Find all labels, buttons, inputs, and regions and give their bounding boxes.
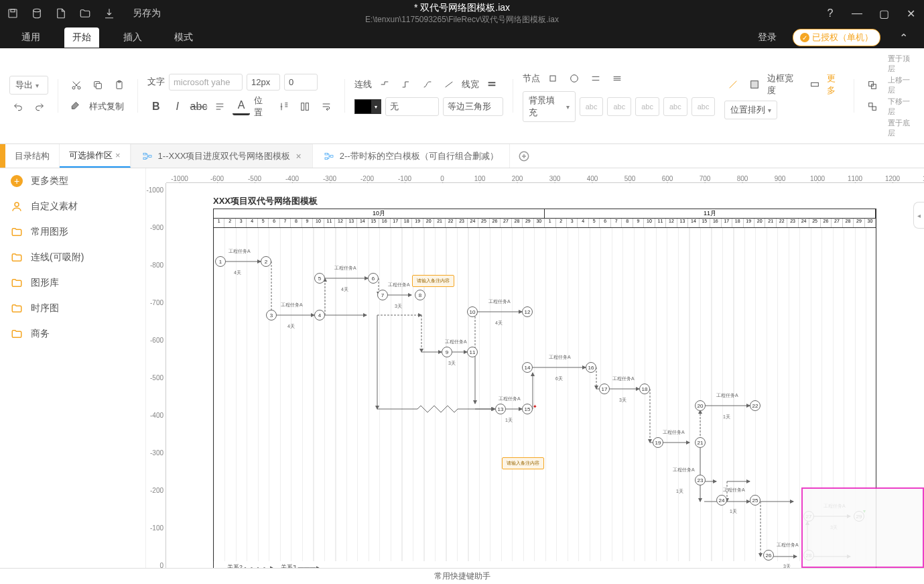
diagram-node[interactable]: 5	[314, 273, 325, 284]
shortcut-hint[interactable]: 常用快捷键助手	[434, 571, 490, 582]
doc-tab-1[interactable]: 1--XXX项目进度双代号网络图模板 ×	[131, 144, 313, 168]
conn-type2-icon[interactable]	[397, 76, 415, 93]
minimap[interactable]	[801, 487, 924, 568]
format-painter-icon[interactable]	[68, 98, 85, 115]
style-abc5[interactable]: abc	[691, 97, 716, 116]
export-button[interactable]: 导出	[9, 76, 48, 95]
node-style4-icon[interactable]	[608, 70, 626, 87]
sidebar-custom[interactable]: 自定义素材	[0, 194, 145, 219]
font-family-input[interactable]	[169, 74, 243, 91]
diagram-node[interactable]: 26	[763, 550, 774, 561]
save-as-button[interactable]: 另存为	[133, 7, 161, 19]
italic-icon[interactable]: I	[169, 98, 186, 115]
copy-icon[interactable]	[89, 76, 107, 94]
close-icon[interactable]: ×	[115, 150, 121, 160]
strike-icon[interactable]: abc	[190, 98, 208, 115]
style-abc1[interactable]: abc	[580, 97, 604, 116]
close-icon[interactable]: ✕	[904, 7, 917, 20]
diagram-node[interactable]: 19	[653, 437, 663, 448]
sidebar-common[interactable]: 常用图形	[0, 219, 145, 245]
position-arrange-button[interactable]: 位置排列	[724, 101, 777, 119]
save-icon[interactable]	[7, 7, 19, 19]
arrow-end-select[interactable]: 等边三角形	[443, 97, 503, 116]
new-file-icon[interactable]	[55, 7, 67, 19]
text-dir-icon[interactable]	[275, 98, 293, 115]
side-tab-operable[interactable]: 可选操作区 ×	[60, 144, 131, 168]
diagram-frame[interactable]: 10月 11月 12345678910111213141516171819202…	[213, 209, 876, 568]
transparency-icon[interactable]	[746, 76, 763, 93]
doc-tab-2[interactable]: 2--带时标的空白模板（可自行组合删减）	[313, 144, 510, 168]
ungroup-icon[interactable]	[864, 98, 881, 115]
diagram-node[interactable]: 17	[599, 384, 610, 394]
arrow-start-select[interactable]: 无	[385, 97, 439, 116]
font-size-select[interactable]: 12px	[247, 74, 280, 91]
node-style3-icon[interactable]	[587, 70, 604, 87]
diagram-node[interactable]: 8	[415, 290, 425, 300]
diagram-node[interactable]: 18	[639, 384, 650, 394]
sidebar-business[interactable]: 商务	[0, 321, 145, 347]
group-icon[interactable]	[864, 76, 881, 94]
style-abc2[interactable]: abc	[607, 97, 631, 116]
diagram-node[interactable]: 22	[750, 400, 761, 411]
side-tab-structure[interactable]: 目录结构	[5, 144, 60, 168]
node-style1-icon[interactable]	[544, 70, 562, 87]
diagram-node[interactable]: 21	[695, 437, 706, 448]
license-badge[interactable]: ✓ 已授权（单机）	[793, 29, 880, 46]
style-abc3[interactable]: abc	[635, 97, 659, 116]
minimize-icon[interactable]: —	[850, 7, 864, 19]
diagram-node[interactable]: 12	[522, 306, 533, 317]
z-up-button[interactable]: 上移一层	[888, 75, 917, 95]
callout-note[interactable]: 请输入备注内容	[502, 457, 544, 469]
close-icon[interactable]: ×	[296, 151, 302, 162]
add-tab-button[interactable]	[510, 144, 538, 168]
login-button[interactable]: 登录	[758, 32, 777, 44]
diagram-node[interactable]: 4	[314, 310, 325, 320]
undo-icon[interactable]	[9, 99, 27, 116]
border-width-icon[interactable]	[806, 76, 823, 93]
help-icon[interactable]: ?	[823, 7, 837, 19]
diagram-node[interactable]: 15✦	[522, 404, 533, 414]
font-size2-select[interactable]: 0	[284, 74, 318, 91]
conn-type3-icon[interactable]	[419, 76, 436, 93]
align-icon[interactable]	[211, 98, 228, 115]
diagram-node[interactable]: 24	[716, 495, 727, 506]
line-width-icon[interactable]	[483, 76, 501, 93]
sidebar-connectors[interactable]: 连线(可吸附)	[0, 245, 145, 270]
diagram-node[interactable]: 7	[377, 290, 388, 300]
style-abc4[interactable]: abc	[663, 97, 687, 116]
sidebar-more-types[interactable]: + 更多类型	[0, 168, 145, 194]
cut-icon[interactable]	[68, 76, 85, 94]
conn-type1-icon[interactable]	[376, 76, 393, 93]
diagram-title[interactable]: XXX项目双代号网络图模板	[213, 195, 318, 207]
maximize-icon[interactable]: ▢	[877, 7, 890, 20]
diagram-node[interactable]: 25	[750, 495, 761, 506]
diagram-node[interactable]: 6	[368, 273, 379, 284]
diagram-node[interactable]: 3	[266, 310, 277, 320]
diagram-node[interactable]: 14	[522, 362, 533, 373]
menu-start[interactable]: 开始	[64, 27, 99, 48]
border-color-icon[interactable]	[724, 76, 742, 93]
line-color-button[interactable]: ▾	[354, 99, 381, 114]
menu-mode[interactable]: 模式	[166, 27, 201, 48]
node-style2-icon[interactable]	[566, 70, 583, 87]
z-front-button[interactable]: 置于顶层	[888, 54, 917, 74]
diagram-node[interactable]: 13	[495, 404, 506, 414]
font-color-icon[interactable]: A	[233, 98, 250, 115]
diagram-node[interactable]: 23	[695, 475, 706, 485]
sidebar-library[interactable]: 图形库	[0, 270, 145, 296]
more-link[interactable]: 更多	[827, 72, 844, 97]
menu-insert[interactable]: 插入	[115, 27, 150, 48]
menu-general[interactable]: 通用	[13, 27, 48, 48]
z-back-button[interactable]: 置于底层	[888, 118, 917, 138]
columns-icon[interactable]	[297, 98, 314, 115]
bg-fill-button[interactable]: 背景填充	[523, 91, 576, 122]
canvas-area[interactable]: -1000-600-500-400-300-200-10001002003004…	[146, 168, 924, 568]
collapse-handle[interactable]: ◂	[913, 202, 924, 229]
wrap-icon[interactable]	[318, 98, 335, 115]
open-folder-icon[interactable]	[79, 7, 91, 19]
diagram-node[interactable]: 10	[467, 306, 478, 317]
redo-icon[interactable]	[31, 99, 48, 116]
diagram-node[interactable]: 20	[695, 400, 706, 411]
diagram-node[interactable]: 9	[442, 347, 452, 357]
callout-note[interactable]: 请输入备注内容	[412, 275, 454, 287]
